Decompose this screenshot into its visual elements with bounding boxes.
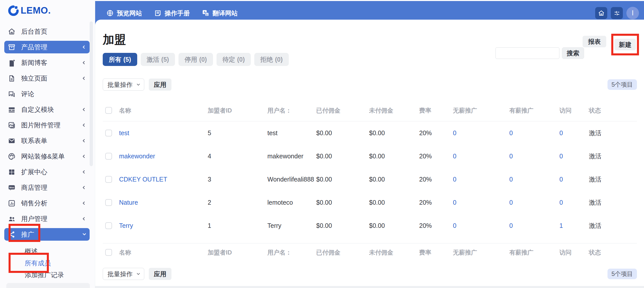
sidebar-item[interactable]: 新闻博客	[4, 56, 90, 69]
search-input[interactable]	[495, 47, 559, 59]
unpaid-referrals-link[interactable]: 0	[451, 129, 507, 137]
table-row: Nature 2 lemoteco $0.00 $0.00 20% 0 0 0 …	[103, 191, 637, 214]
search-button[interactable]: 搜索	[562, 47, 584, 59]
sidebar-item[interactable]: 产品管理	[4, 41, 90, 53]
chevron-down-icon	[137, 272, 140, 275]
woo-icon: Woo	[8, 184, 16, 192]
visits-link[interactable]: 0	[557, 176, 587, 183]
paid-referrals-link[interactable]: 0	[507, 153, 557, 160]
visits-link[interactable]: 1	[557, 222, 587, 229]
sidebar-item[interactable]: 网站装修&菜单	[4, 150, 90, 163]
filter-tab[interactable]: 激活 (5)	[141, 53, 175, 66]
status-value: 激活	[587, 152, 637, 160]
select-all-checkbox[interactable]	[105, 107, 112, 114]
column-header: 名称	[117, 106, 205, 115]
topbar-link[interactable]: A文 翻译网站	[202, 9, 238, 17]
unpaid-referrals-link[interactable]: 0	[451, 222, 507, 229]
topbar-links: 预览网站 操作手册 A文 翻译网站	[106, 9, 238, 17]
svg-text:Woo: Woo	[9, 186, 14, 189]
submenu-item[interactable]: 添加推广记录	[25, 269, 64, 281]
chevron-icon	[83, 108, 86, 111]
page-icon	[8, 75, 16, 82]
unpaid-referrals-link[interactable]: 0	[451, 199, 507, 206]
column-header: 加盟者ID	[205, 106, 265, 115]
report-button[interactable]: 报表	[583, 36, 606, 47]
sidebar-item[interactable]: 推广	[4, 228, 90, 241]
affiliate-id: 2	[205, 199, 265, 206]
unpaid-referrals-link[interactable]: 0	[451, 176, 507, 183]
logo[interactable]: LEMO.	[8, 5, 51, 16]
column-header: 已付佣金	[314, 106, 367, 115]
sidebar-item[interactable]: 图片附件管理	[4, 119, 90, 131]
sidebar-item[interactable]: 用户管理	[4, 212, 90, 225]
chevron-icon	[83, 61, 86, 64]
users-icon	[8, 215, 16, 223]
affiliate-name-link[interactable]: Nature	[117, 199, 205, 206]
sidebar-item[interactable]: 扩展中心	[4, 166, 90, 178]
sidebar-item[interactable]: 后台首页	[4, 25, 90, 38]
username: test	[265, 129, 314, 137]
rate: 20%	[417, 153, 451, 160]
paid-commission: $0.00	[314, 153, 367, 160]
sidebar-item[interactable]: 销售分析	[4, 197, 90, 209]
filter-tab[interactable]: 停用 (0)	[178, 53, 213, 66]
chevron-icon	[83, 233, 86, 236]
affiliate-name-link[interactable]: CDKEY OUTLET	[117, 176, 205, 183]
row-checkbox[interactable]	[105, 130, 112, 136]
row-checkbox[interactable]	[105, 222, 112, 229]
affiliate-name-link[interactable]: makewonder	[117, 153, 205, 160]
sidebar-item-label: 独立页面	[21, 74, 83, 83]
row-checkbox[interactable]	[105, 176, 112, 183]
unpaid-referrals-link[interactable]: 0	[451, 153, 507, 160]
visits-link[interactable]: 0	[557, 153, 587, 160]
topbar-action-button[interactable]	[595, 7, 607, 19]
filter-tab[interactable]: 拒绝 (0)	[254, 53, 289, 66]
sidebar-scrollbar[interactable]	[90, 21, 93, 166]
column-header: 有薪推广	[507, 106, 557, 115]
submenu-item[interactable]: 概述	[25, 245, 64, 257]
products-icon	[8, 43, 16, 51]
column-header: 费率	[417, 248, 451, 257]
row-checkbox[interactable]	[105, 199, 112, 206]
visits-link[interactable]: 0	[557, 129, 587, 137]
sidebar-item[interactable]: 联系表单	[4, 134, 90, 147]
sidebar-nav: 后台首页 产品管理 新闻博客 独立页面 评论 自定义模块	[4, 25, 90, 244]
topbar-link[interactable]: 操作手册	[154, 9, 190, 17]
column-header: 名称	[117, 248, 205, 257]
paid-referrals-link[interactable]: 0	[507, 222, 557, 229]
column-header: 有薪推广	[507, 248, 557, 257]
bulk-action-dropdown[interactable]: 批量操作	[103, 79, 144, 91]
filter-tab[interactable]: 所有 (5)	[103, 53, 137, 66]
chevron-icon	[83, 77, 86, 80]
unpaid-commission: $0.00	[367, 129, 417, 137]
topbar-link[interactable]: 预览网站	[106, 9, 142, 17]
paid-referrals-link[interactable]: 0	[507, 129, 557, 137]
affiliate-name-link[interactable]: test	[117, 129, 205, 137]
sidebar-item[interactable]: 自定义模块	[4, 103, 90, 116]
column-header: 状态	[587, 248, 637, 257]
sidebar-item[interactable]: 独立页面	[4, 72, 90, 85]
translate-icon: A文	[202, 9, 209, 17]
column-header: 状态	[587, 106, 637, 115]
column-header: 用户名：	[265, 106, 314, 115]
paid-referrals-link[interactable]: 0	[507, 199, 557, 206]
sidebar-item[interactable]: 评论	[4, 88, 90, 100]
apply-button-bottom[interactable]: 应用	[149, 268, 171, 280]
column-header: 无薪推广	[451, 248, 507, 257]
filter-tab[interactable]: 待定 (0)	[217, 53, 251, 66]
user-avatar[interactable]: l	[626, 7, 639, 19]
submenu-item[interactable]: 所有成员	[25, 257, 64, 269]
chevron-icon	[83, 202, 86, 204]
affiliate-name-link[interactable]: Terry	[117, 222, 205, 229]
bulk-action-dropdown-bottom[interactable]: 批量操作	[103, 268, 144, 280]
paid-referrals-link[interactable]: 0	[507, 176, 557, 183]
row-checkbox[interactable]	[105, 153, 112, 160]
visits-link[interactable]: 0	[557, 199, 587, 206]
apply-button[interactable]: 应用	[149, 79, 171, 91]
bulk-actions-row-top: 批量操作 应用 5个项目	[103, 79, 637, 91]
chevron-icon	[83, 46, 86, 48]
sidebar-item[interactable]: Woo 商店管理	[4, 181, 90, 194]
topbar-action-button[interactable]	[611, 7, 623, 19]
column-header: 访问	[557, 248, 587, 257]
select-all-checkbox-bottom[interactable]	[105, 249, 112, 256]
